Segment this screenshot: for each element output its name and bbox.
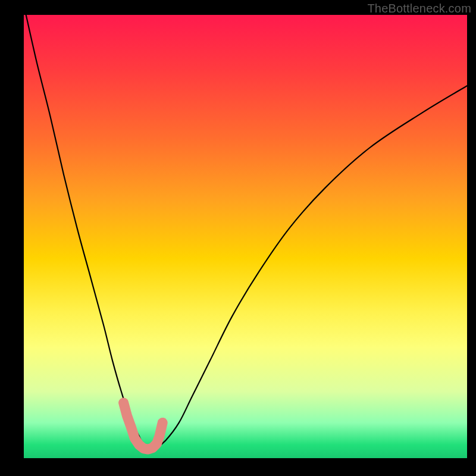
- highlight-segment: [124, 403, 163, 449]
- chart-plot-area: [24, 15, 467, 458]
- chart-svg: [24, 15, 467, 458]
- chart-frame: TheBottleneck.com: [0, 0, 476, 476]
- watermark-text: TheBottleneck.com: [367, 2, 471, 15]
- bottleneck-curve: [26, 15, 467, 449]
